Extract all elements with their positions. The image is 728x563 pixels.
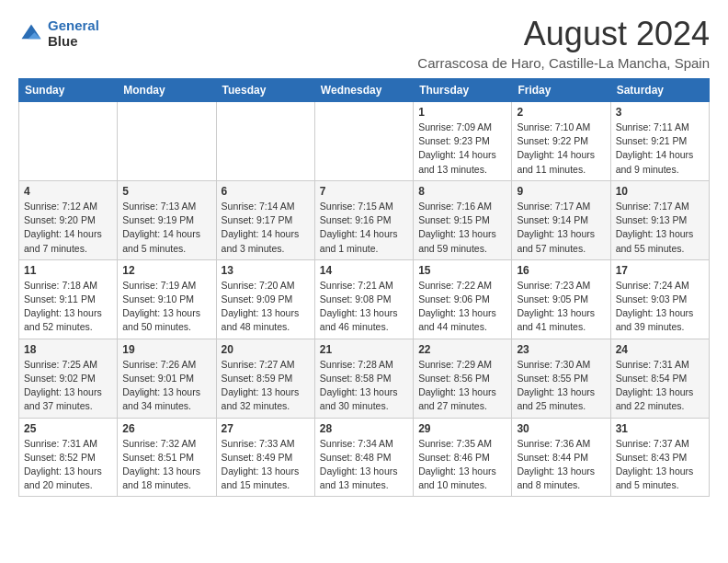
calendar-cell [314,102,413,181]
calendar-cell: 12Sunrise: 7:19 AMSunset: 9:10 PMDayligh… [118,259,216,339]
day-number: 4 [24,185,112,198]
calendar-cell: 19Sunrise: 7:26 AMSunset: 9:01 PMDayligh… [118,339,216,418]
day-number: 3 [616,106,704,119]
day-number: 11 [24,264,112,277]
calendar-cell: 17Sunrise: 7:24 AMSunset: 9:03 PMDayligh… [610,259,709,339]
calendar-cell: 16Sunrise: 7:23 AMSunset: 9:05 PMDayligh… [512,259,610,339]
day-info: Sunrise: 7:17 AMSunset: 9:14 PMDaylight:… [517,200,605,256]
day-number: 16 [517,264,605,277]
calendar-cell: 18Sunrise: 7:25 AMSunset: 9:02 PMDayligh… [19,339,118,418]
calendar-week-row: 1Sunrise: 7:09 AMSunset: 9:23 PMDaylight… [19,102,710,181]
day-number: 6 [222,185,310,198]
day-info: Sunrise: 7:09 AMSunset: 9:23 PMDaylight:… [418,121,506,177]
calendar-cell: 24Sunrise: 7:31 AMSunset: 8:54 PMDayligh… [610,339,709,418]
day-info: Sunrise: 7:33 AMSunset: 8:49 PMDaylight:… [222,437,310,493]
day-info: Sunrise: 7:28 AMSunset: 8:58 PMDaylight:… [320,358,408,414]
calendar-cell: 7Sunrise: 7:15 AMSunset: 9:16 PMDaylight… [314,180,413,259]
day-number: 12 [122,264,210,277]
day-info: Sunrise: 7:13 AMSunset: 9:19 PMDaylight:… [122,200,210,256]
calendar-cell: 15Sunrise: 7:22 AMSunset: 9:06 PMDayligh… [414,259,512,339]
day-info: Sunrise: 7:20 AMSunset: 9:09 PMDaylight:… [222,279,310,335]
calendar-cell [19,102,118,181]
calendar-week-row: 25Sunrise: 7:31 AMSunset: 8:52 PMDayligh… [19,418,710,497]
day-number: 19 [122,343,210,356]
calendar-cell: 20Sunrise: 7:27 AMSunset: 8:59 PMDayligh… [216,339,314,418]
day-info: Sunrise: 7:10 AMSunset: 9:22 PMDaylight:… [517,121,605,177]
day-number: 13 [222,264,310,277]
day-info: Sunrise: 7:35 AMSunset: 8:46 PMDaylight:… [418,437,506,493]
calendar-cell: 1Sunrise: 7:09 AMSunset: 9:23 PMDaylight… [414,102,512,181]
day-info: Sunrise: 7:29 AMSunset: 8:56 PMDaylight:… [418,358,506,414]
day-info: Sunrise: 7:26 AMSunset: 9:01 PMDaylight:… [122,358,210,414]
day-info: Sunrise: 7:27 AMSunset: 8:59 PMDaylight:… [222,358,310,414]
calendar-cell [118,102,216,181]
calendar-cell: 6Sunrise: 7:14 AMSunset: 9:17 PMDaylight… [216,180,314,259]
day-number: 2 [517,106,605,119]
title-block: August 2024 Carrascosa de Haro, Castille… [417,15,710,71]
day-info: Sunrise: 7:34 AMSunset: 8:48 PMDaylight:… [320,437,408,493]
calendar-cell: 23Sunrise: 7:30 AMSunset: 8:55 PMDayligh… [512,339,610,418]
day-number: 22 [418,343,506,356]
day-info: Sunrise: 7:36 AMSunset: 8:44 PMDaylight:… [517,437,605,493]
day-number: 7 [320,185,408,198]
day-number: 20 [222,343,310,356]
calendar-week-row: 4Sunrise: 7:12 AMSunset: 9:20 PMDaylight… [19,180,710,259]
day-number: 24 [616,343,704,356]
day-info: Sunrise: 7:21 AMSunset: 9:08 PMDaylight:… [320,279,408,335]
day-info: Sunrise: 7:31 AMSunset: 8:52 PMDaylight:… [24,437,112,493]
day-number: 21 [320,343,408,356]
day-info: Sunrise: 7:22 AMSunset: 9:06 PMDaylight:… [418,279,506,335]
day-info: Sunrise: 7:18 AMSunset: 9:11 PMDaylight:… [24,279,112,335]
calendar-cell: 28Sunrise: 7:34 AMSunset: 8:48 PMDayligh… [314,418,413,497]
day-number: 1 [418,106,506,119]
day-number: 28 [320,422,408,435]
calendar-cell: 27Sunrise: 7:33 AMSunset: 8:49 PMDayligh… [216,418,314,497]
weekday-header-wednesday: Wednesday [314,79,413,102]
calendar-cell: 5Sunrise: 7:13 AMSunset: 9:19 PMDaylight… [118,180,216,259]
calendar-cell: 25Sunrise: 7:31 AMSunset: 8:52 PMDayligh… [19,418,118,497]
day-info: Sunrise: 7:23 AMSunset: 9:05 PMDaylight:… [517,279,605,335]
weekday-header-sunday: Sunday [19,79,118,102]
day-info: Sunrise: 7:12 AMSunset: 9:20 PMDaylight:… [24,200,112,256]
day-info: Sunrise: 7:16 AMSunset: 9:15 PMDaylight:… [418,200,506,256]
day-number: 9 [517,185,605,198]
calendar-cell: 26Sunrise: 7:32 AMSunset: 8:51 PMDayligh… [118,418,216,497]
day-number: 26 [122,422,210,435]
calendar-cell: 9Sunrise: 7:17 AMSunset: 9:14 PMDaylight… [512,180,610,259]
calendar-cell: 21Sunrise: 7:28 AMSunset: 8:58 PMDayligh… [314,339,413,418]
day-info: Sunrise: 7:15 AMSunset: 9:16 PMDaylight:… [320,200,408,256]
day-info: Sunrise: 7:17 AMSunset: 9:13 PMDaylight:… [616,200,704,256]
calendar-table: SundayMondayTuesdayWednesdayThursdayFrid… [18,78,710,497]
calendar-cell: 22Sunrise: 7:29 AMSunset: 8:56 PMDayligh… [414,339,512,418]
weekday-header-thursday: Thursday [414,79,512,102]
day-number: 8 [418,185,506,198]
calendar-cell: 29Sunrise: 7:35 AMSunset: 8:46 PMDayligh… [414,418,512,497]
day-number: 10 [616,185,704,198]
day-number: 5 [122,185,210,198]
day-info: Sunrise: 7:25 AMSunset: 9:02 PMDaylight:… [24,358,112,414]
day-number: 31 [616,422,704,435]
day-number: 18 [24,343,112,356]
weekday-header-monday: Monday [118,79,216,102]
day-info: Sunrise: 7:19 AMSunset: 9:10 PMDaylight:… [122,279,210,335]
header: General Blue August 2024 Carrascosa de H… [18,15,710,71]
logo-text: General Blue [48,18,99,49]
weekday-header-saturday: Saturday [610,79,709,102]
logo-icon [18,21,44,47]
day-number: 14 [320,264,408,277]
weekday-header-tuesday: Tuesday [216,79,314,102]
month-title: August 2024 [417,15,710,53]
day-number: 15 [418,264,506,277]
calendar-week-row: 18Sunrise: 7:25 AMSunset: 9:02 PMDayligh… [19,339,710,418]
day-info: Sunrise: 7:30 AMSunset: 8:55 PMDaylight:… [517,358,605,414]
calendar-cell: 4Sunrise: 7:12 AMSunset: 9:20 PMDaylight… [19,180,118,259]
calendar-cell: 10Sunrise: 7:17 AMSunset: 9:13 PMDayligh… [610,180,709,259]
day-number: 17 [616,264,704,277]
day-info: Sunrise: 7:11 AMSunset: 9:21 PMDaylight:… [616,121,704,177]
calendar-cell: 13Sunrise: 7:20 AMSunset: 9:09 PMDayligh… [216,259,314,339]
day-info: Sunrise: 7:32 AMSunset: 8:51 PMDaylight:… [122,437,210,493]
day-number: 25 [24,422,112,435]
calendar-cell: 11Sunrise: 7:18 AMSunset: 9:11 PMDayligh… [19,259,118,339]
day-number: 30 [517,422,605,435]
logo: General Blue [18,18,99,49]
